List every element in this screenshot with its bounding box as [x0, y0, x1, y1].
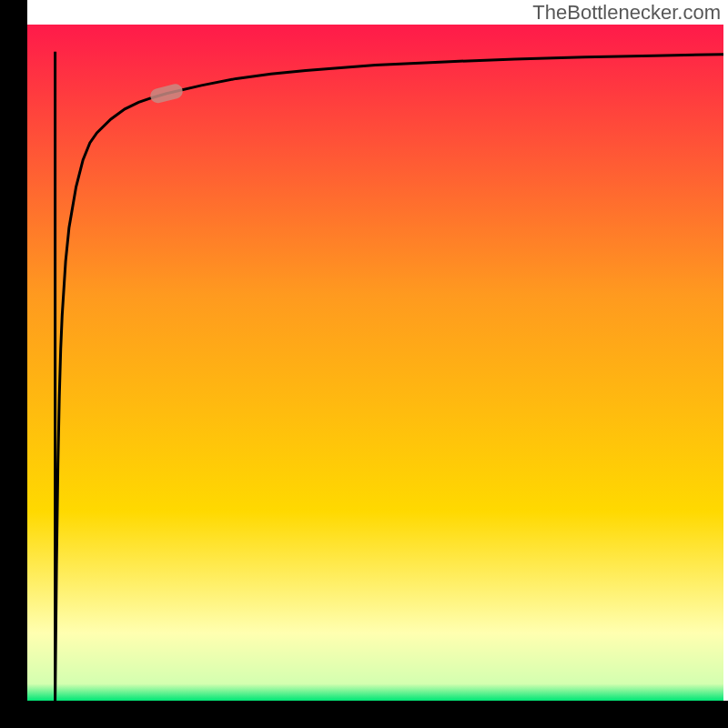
attribution-text: TheBottlenecker.com [532, 1, 721, 25]
x-axis [0, 701, 728, 728]
plot-background-gradient [27, 25, 723, 701]
bottleneck-chart [0, 0, 728, 728]
y-axis [0, 0, 27, 728]
